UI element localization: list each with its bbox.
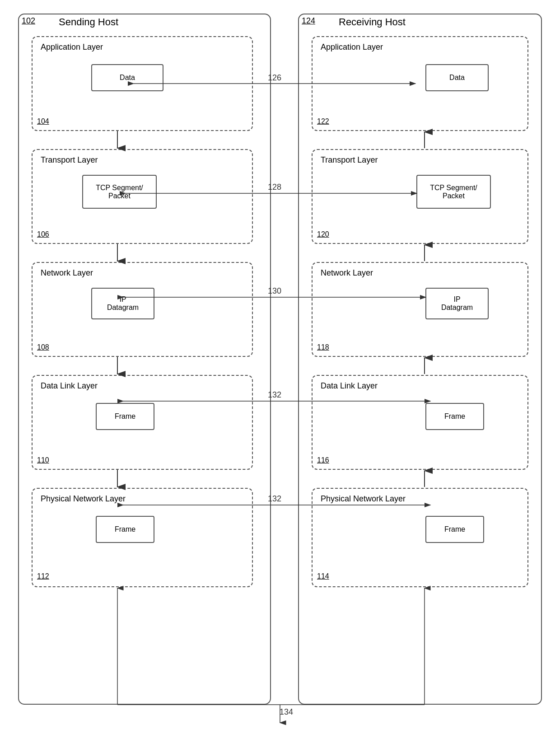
data-box-datalink-sending: Frame — [96, 403, 154, 430]
receiving-host-title: Receiving Host — [339, 16, 406, 28]
layer-datalink-sending: Data Link Layer Frame 110 — [32, 375, 253, 470]
data-box-transport-sending: TCP Segment/Packet — [82, 175, 157, 209]
diagram-container: 102 Sending Host 124 Receiving Host Appl… — [0, 0, 560, 753]
data-box-network-sending: IPDatagram — [91, 288, 154, 319]
layer-network-receiving: Network Layer IPDatagram 118 — [312, 262, 528, 357]
data-box-datalink-receiving: Frame — [425, 403, 484, 430]
data-box-transport-receiving: TCP Segment/Packet — [416, 175, 491, 209]
layer-physical-receiving: Physical Network Layer Frame 114 — [312, 488, 528, 587]
layer-transport-sending: Transport Layer TCP Segment/Packet 106 — [32, 149, 253, 244]
data-box-physical-sending: Frame — [96, 516, 154, 543]
layer-application-receiving: Application Layer Data 122 — [312, 36, 528, 131]
sending-host-title: Sending Host — [59, 16, 118, 28]
receiving-host-label: 124 — [302, 16, 315, 26]
sending-host-label: 102 — [22, 16, 35, 26]
data-box-network-receiving: IPDatagram — [425, 288, 489, 319]
layer-application-sending: Application Layer Data 104 — [32, 36, 253, 131]
layer-datalink-receiving: Data Link Layer Frame 116 — [312, 375, 528, 470]
svg-text:134: 134 — [280, 707, 293, 716]
data-box-application-receiving: Data — [425, 64, 489, 91]
layer-network-sending: Network Layer IPDatagram 108 — [32, 262, 253, 357]
layer-transport-receiving: Transport Layer TCP Segment/Packet 120 — [312, 149, 528, 244]
data-box-physical-receiving: Frame — [425, 516, 484, 543]
data-box-application-sending: Data — [91, 64, 163, 91]
layer-physical-sending: Physical Network Layer Frame 112 — [32, 488, 253, 587]
